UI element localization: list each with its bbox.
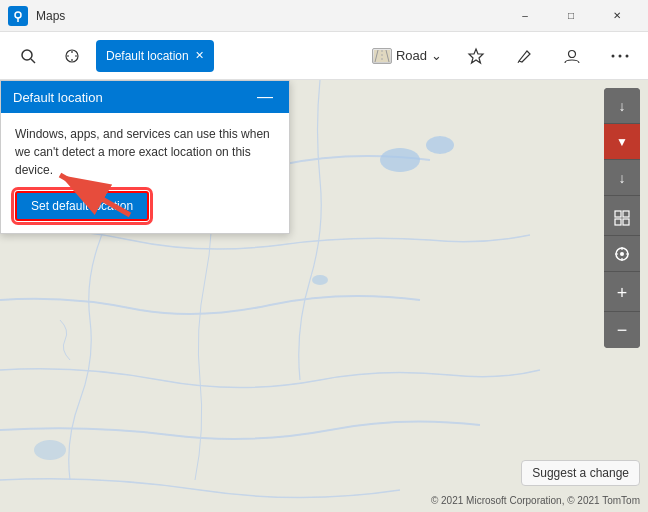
compass-center-icon: ▼	[616, 135, 628, 149]
toolbar: Default location ✕ Road ⌄	[0, 32, 648, 80]
toolbar-right: Road ⌄	[366, 36, 640, 76]
compass-down-button[interactable]: ↓	[604, 160, 640, 196]
compass-down-icon: ↓	[619, 170, 626, 186]
svg-point-17	[312, 275, 328, 285]
minimize-button[interactable]: –	[502, 0, 548, 32]
title-bar: Maps – □ ✕	[0, 0, 648, 32]
svg-line-3	[31, 59, 35, 63]
zoom-out-button[interactable]: −	[604, 312, 640, 348]
road-icon	[372, 48, 392, 64]
road-chevron: ⌄	[431, 48, 442, 63]
svg-rect-23	[623, 219, 629, 225]
svg-point-16	[426, 136, 454, 154]
toolbar-left: Default location ✕	[8, 36, 214, 76]
road-view-button[interactable]: Road ⌄	[366, 44, 448, 68]
map-controls: ↓ ▼ ↓	[604, 88, 640, 348]
svg-point-0	[15, 12, 21, 18]
set-default-location-button[interactable]: Set default location	[15, 191, 149, 221]
svg-point-12	[619, 54, 622, 57]
panel-tab-label: Default location	[106, 49, 189, 63]
zoom-in-button[interactable]: +	[604, 276, 640, 312]
map-area[interactable]: Default location — Windows, apps, and se…	[0, 80, 648, 512]
svg-point-15	[380, 148, 420, 172]
svg-point-13	[626, 54, 629, 57]
road-label: Road	[396, 48, 427, 63]
maps-app-icon	[8, 6, 28, 26]
location-button[interactable]	[604, 236, 640, 272]
maximize-button[interactable]: □	[548, 0, 594, 32]
panel-header: Default location —	[1, 81, 289, 113]
panel-tab-close[interactable]: ✕	[195, 50, 204, 61]
main-content: Default location — Windows, apps, and se…	[0, 80, 648, 512]
window-controls: – □ ✕	[502, 0, 640, 32]
panel-body: Windows, apps, and services can use this…	[1, 113, 289, 233]
grid-view-button[interactable]	[604, 200, 640, 236]
compass-up-button[interactable]: ↓	[604, 88, 640, 124]
svg-rect-22	[615, 219, 621, 225]
panel-description: Windows, apps, and services can use this…	[15, 125, 275, 179]
svg-point-10	[569, 50, 576, 57]
ink-button[interactable]	[504, 36, 544, 76]
title-bar-left: Maps	[8, 6, 502, 26]
default-location-panel: Default location — Windows, apps, and se…	[0, 80, 290, 234]
svg-point-18	[34, 440, 66, 460]
svg-point-25	[620, 252, 624, 256]
profile-button[interactable]	[552, 36, 592, 76]
favorites-button[interactable]	[456, 36, 496, 76]
panel-title: Default location	[13, 90, 103, 105]
close-button[interactable]: ✕	[594, 0, 640, 32]
search-button[interactable]	[8, 36, 48, 76]
directions-button[interactable]	[52, 36, 92, 76]
svg-point-2	[22, 50, 32, 60]
default-location-tab[interactable]: Default location ✕	[96, 40, 214, 72]
svg-rect-21	[623, 211, 629, 217]
svg-point-11	[612, 54, 615, 57]
panel-minimize-button[interactable]: —	[253, 89, 277, 105]
svg-rect-20	[615, 211, 621, 217]
compass-center-button[interactable]: ▼	[604, 124, 640, 160]
copyright-text: © 2021 Microsoft Corporation, © 2021 Tom…	[431, 495, 640, 506]
more-button[interactable]	[600, 36, 640, 76]
suggest-change-button[interactable]: Suggest a change	[521, 460, 640, 486]
app-title: Maps	[36, 9, 65, 23]
compass-up-icon: ↓	[619, 98, 626, 114]
